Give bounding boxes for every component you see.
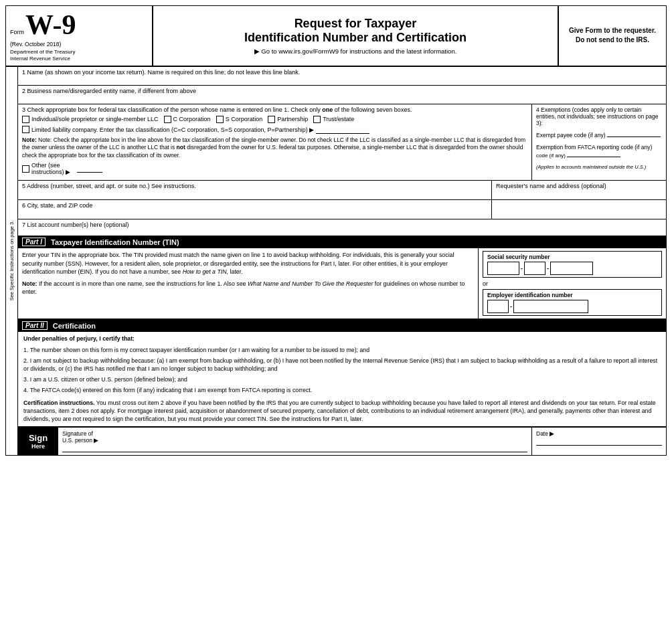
checkbox-partnership-label: Partnership xyxy=(277,116,308,122)
line4-right: 4 Exemptions (codes apply only to certai… xyxy=(532,104,666,180)
ssn-box: Social security number - - xyxy=(483,251,662,278)
checkbox-llc[interactable]: Limited liability company. Enter the tax… xyxy=(22,126,369,134)
sign-sig-line[interactable] xyxy=(62,452,527,452)
form-title-main: Request for Taxpayer xyxy=(295,17,417,31)
checkbox-other-box[interactable] xyxy=(22,165,29,173)
sign-sig-area[interactable]: Signature of U.S. person ▶ xyxy=(58,428,532,455)
form-label-text: Form xyxy=(10,29,24,35)
part1-right: Social security number - - or Employer i… xyxy=(479,248,666,319)
ssn-seg-2[interactable] xyxy=(524,262,545,275)
line2-label: 2 Business name/disregarded entity name,… xyxy=(22,88,196,94)
cert-header: Under penalties of perjury, I certify th… xyxy=(23,335,661,343)
sign-sig-label: Signature of U.S. person ▶ xyxy=(62,430,527,444)
cert-list: 1. The number shown on this form is my c… xyxy=(23,346,661,395)
checkbox-other[interactable]: Other (see instructions) ▶ xyxy=(22,162,102,175)
part1-label: Part I xyxy=(22,238,46,246)
checkbox-trust-box[interactable] xyxy=(313,116,321,123)
requester-right: Requester's name and address (optional) xyxy=(492,181,666,199)
checkbox-c-corp-label: C Corporation xyxy=(173,116,211,122)
fatca-row: Exemption from FATCA reporting code (if … xyxy=(536,144,662,159)
line5-left: 5 Address (number, street, and apt. or s… xyxy=(18,181,492,199)
checkbox-llc-box[interactable] xyxy=(22,126,29,133)
fatca-label: Exemption from FATCA reporting code (if … xyxy=(536,144,652,151)
ein-label: Employer identification number xyxy=(487,292,657,298)
sign-date-line[interactable] xyxy=(536,445,662,446)
part2-title: Certification xyxy=(53,322,96,330)
ssn-dash-1: - xyxy=(521,265,523,272)
exempt-payee-row: Exempt payee code (if any) xyxy=(536,130,662,139)
form-header-right: Give Form to the requester. Do not send … xyxy=(559,6,666,66)
checkbox-trust-label: Trust/estate xyxy=(323,116,354,122)
ein-seg-1[interactable] xyxy=(487,300,509,313)
form-header-left: Form W-9 (Rev. October 2018) Department … xyxy=(6,6,153,66)
checkbox-c-corp-box[interactable] xyxy=(164,116,171,123)
form-header-center: Request for Taxpayer Identification Numb… xyxy=(153,6,559,66)
llc-classification-field[interactable] xyxy=(316,126,369,134)
give-form-text: Give Form to the requester. Do not send … xyxy=(564,26,661,45)
ssn-seg-3[interactable] xyxy=(550,262,593,275)
sign-date-label: Date ▶ xyxy=(536,430,662,437)
ssn-label: Social security number xyxy=(487,254,657,260)
llc-note: Note: Note: Check the appropriate box in… xyxy=(22,137,527,159)
cert-item-2: 2. I am not subject to backup withholdin… xyxy=(23,357,661,374)
line6-row: 6 City, state, and ZIP code xyxy=(18,200,491,219)
line6-left: 6 City, state, and ZIP code xyxy=(18,200,492,219)
form-number: W-9 xyxy=(25,9,76,41)
form-dept: Department of the Treasury Internal Reve… xyxy=(10,49,148,63)
checkbox-individual-label: Individual/sole proprietor or single-mem… xyxy=(31,116,159,122)
line3-label3: of the following seven boxes. xyxy=(335,106,412,113)
sign-label: Sign Here xyxy=(18,428,58,455)
checkbox-s-corp[interactable]: S Corporation xyxy=(216,116,263,123)
checkbox-individual[interactable]: Individual/sole proprietor or single-mem… xyxy=(22,116,159,123)
fatca-field[interactable] xyxy=(567,151,620,157)
line1-row: 1 Name (as shown on your income tax retu… xyxy=(18,67,666,86)
checkbox-llc-label: Limited liability company. Enter the tax… xyxy=(31,126,314,133)
requester-label: Requester's name and address (optional) xyxy=(496,183,606,189)
cert-item-1: 1. The number shown on this form is my c… xyxy=(23,346,661,355)
here-label: Here xyxy=(31,443,45,450)
exempt-payee-field[interactable] xyxy=(607,130,661,137)
ssn-seg-1[interactable] xyxy=(487,262,519,275)
ein-dash: - xyxy=(510,303,512,310)
ssn-dash-2: - xyxy=(547,265,549,272)
line3-left: 3 Check appropriate box for federal tax … xyxy=(18,104,532,180)
checkbox-other-label: Other (see instructions) ▶ xyxy=(31,162,75,175)
ssn-fields[interactable]: - - xyxy=(487,262,657,275)
exempt-payee-label: Exempt payee code (if any) xyxy=(536,132,605,139)
fatca-note: (Applies to accounts maintained outside … xyxy=(536,164,662,170)
checkbox-s-corp-box[interactable] xyxy=(216,116,224,123)
part2-label: Part II xyxy=(22,321,48,330)
form-rev: (Rev. October 2018) xyxy=(10,41,148,48)
sign-fields: Signature of U.S. person ▶ Date ▶ xyxy=(58,428,666,455)
checkbox-c-corp[interactable]: C Corporation xyxy=(164,116,211,123)
line7-row: 7 List account number(s) here (optional) xyxy=(18,219,666,236)
ein-seg-2[interactable] xyxy=(513,300,588,313)
checkbox-partnership-box[interactable] xyxy=(268,116,275,123)
part1-header: Part I Taxpayer Identification Number (T… xyxy=(18,236,666,248)
requester-right-2 xyxy=(492,200,666,219)
ein-fields[interactable]: - xyxy=(487,300,657,313)
sign-date-area[interactable]: Date ▶ xyxy=(532,428,666,455)
cert-item-4: 4. The FATCA code(s) entered on this for… xyxy=(23,386,661,395)
line5-row: 5 Address (number, street, and apt. or s… xyxy=(18,181,491,199)
cert-item-3: 3. I am a U.S. citizen or other U.S. per… xyxy=(23,375,661,384)
or-label: or xyxy=(483,280,662,287)
ein-box: Employer identification number - xyxy=(483,289,662,316)
sidebar-label: See Specific Instructions on page 3. xyxy=(6,67,18,455)
part1-body: Enter your TIN in the appropriate box. T… xyxy=(18,248,479,319)
cert-instructions: Certification instructions. You must cro… xyxy=(23,399,661,424)
line3-one: one xyxy=(322,106,333,113)
part2-header: Part II Certification xyxy=(18,319,666,332)
checkbox-trust[interactable]: Trust/estate xyxy=(313,116,354,123)
exemptions-title: 4 Exemptions (codes apply only to certai… xyxy=(536,106,662,126)
sign-here-section: Sign Here Signature of U.S. person ▶ Dat… xyxy=(18,426,666,455)
line1-label: 1 Name (as shown on your income tax retu… xyxy=(22,69,300,76)
line2-row: 2 Business name/disregarded entity name,… xyxy=(18,86,666,104)
other-field[interactable] xyxy=(77,165,102,173)
checkbox-s-corp-label: S Corporation xyxy=(226,116,263,122)
checkbox-partnership[interactable]: Partnership xyxy=(268,116,308,123)
checkbox-individual-box[interactable] xyxy=(22,116,29,123)
part2-body: Under penalties of perjury, I certify th… xyxy=(18,332,666,426)
line3-label: 3 Check appropriate box for federal tax … xyxy=(22,106,321,113)
sign-big: Sign xyxy=(29,433,48,443)
